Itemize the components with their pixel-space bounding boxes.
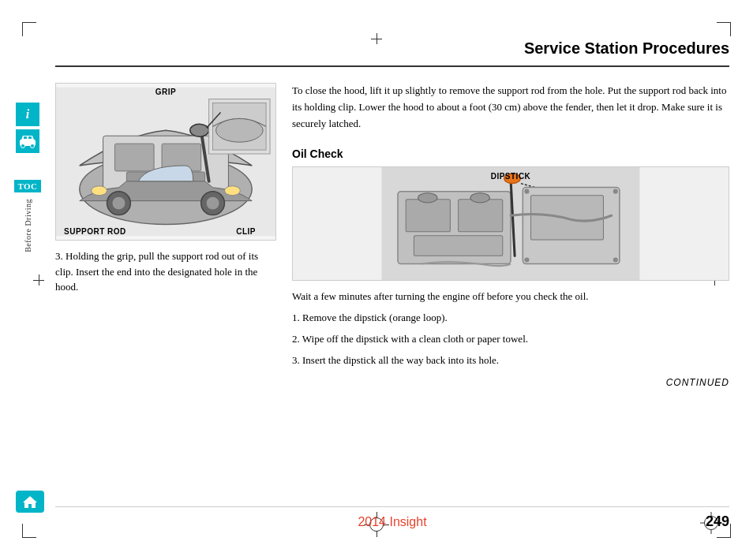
continued-label: CONTINUED [292,377,729,388]
svg-point-37 [613,258,618,263]
svg-rect-26 [406,200,450,232]
svg-point-17 [216,118,264,142]
right-column: To close the hood, lift it up slightly t… [292,83,729,388]
oil-check-section: Oil Check DIPSTICK [292,147,729,387]
svg-point-3 [31,144,35,148]
main-content: Service Station Procedures GRIP [55,24,729,536]
svg-point-34 [524,189,529,194]
step3-text: 3. Holding the grip, pull the support ro… [55,248,276,295]
svg-rect-4 [24,136,27,139]
svg-point-2 [21,144,25,148]
oil-image-box: DIPSTICK [292,166,729,281]
oil-check-title: Oil Check [292,147,729,160]
oil-intro: Wait a few minutes after turning the eng… [292,289,729,305]
left-column: GRIP [55,83,276,388]
svg-point-30 [470,193,490,203]
page-footer: 2014 Insight 249 [55,506,729,530]
svg-rect-28 [414,236,502,256]
page-title: Service Station Procedures [524,39,729,57]
footer-year-model: 2014 Insight [103,515,682,529]
oil-step1: 1. Remove the dipstick (orange loop). [292,310,729,327]
svg-marker-6 [23,496,37,508]
oil-illustration-svg [293,167,729,280]
clip-label: CLIP [236,227,256,236]
page-header: Service Station Procedures [55,24,729,67]
svg-point-21 [207,197,219,210]
support-rod-label: SUPPORT ROD [64,227,126,236]
grip-label: GRIP [155,88,176,96]
sidebar: i TOC Before Driving [0,0,55,560]
content-area: GRIP [55,79,729,388]
info-icon[interactable]: i [16,103,39,126]
section-label: Before Driving [24,199,32,252]
svg-rect-5 [28,136,32,139]
car-icon[interactable] [16,129,39,153]
svg-point-22 [92,186,107,196]
oil-step2: 2. Wipe off the dipstick with a clean cl… [292,331,729,348]
close-hood-text: To close the hood, lift it up slightly t… [292,83,729,132]
svg-rect-10 [114,144,154,171]
oil-instructions: Wait a few minutes after turning the eng… [292,289,729,368]
toc-button[interactable]: TOC [14,180,40,192]
dipstick-label: DIPSTICK [491,172,531,181]
svg-point-35 [613,189,618,194]
svg-point-23 [224,186,240,196]
hood-image-box: GRIP [55,83,276,241]
svg-point-19 [112,197,125,210]
svg-point-36 [524,258,529,263]
svg-point-14 [190,124,209,136]
footer-page-number: 249 [682,513,729,530]
home-icon [21,495,39,509]
car-hood-svg [56,84,275,240]
svg-marker-1 [21,136,34,140]
svg-point-29 [418,193,438,203]
oil-step3: 3. Insert the dipstick all the way back … [292,353,729,369]
car-svg [19,134,36,148]
svg-rect-27 [459,200,503,232]
home-button[interactable] [16,491,44,513]
